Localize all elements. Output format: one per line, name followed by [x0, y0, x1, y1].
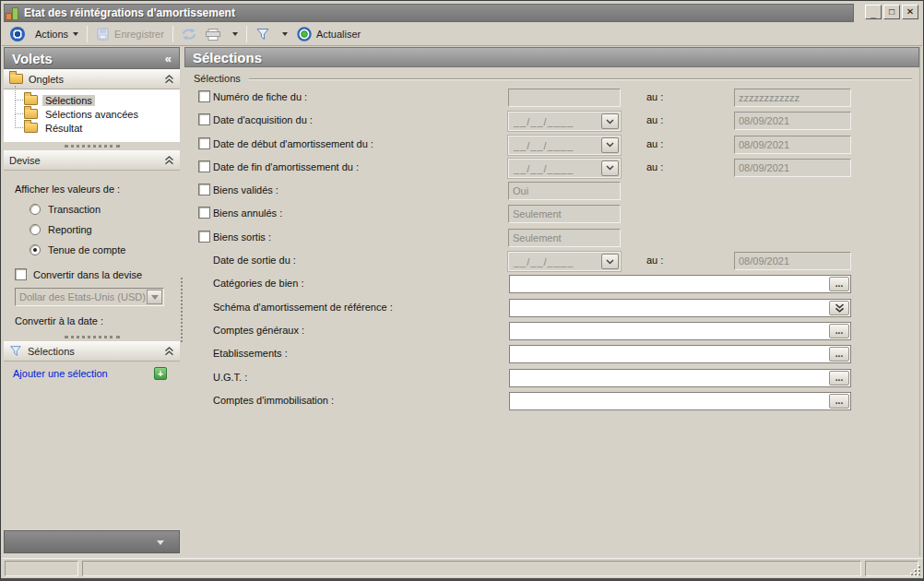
date-dropdown-button[interactable]: [601, 137, 619, 153]
chevron-down-icon: [151, 295, 159, 300]
etablissements-input[interactable]: ...: [509, 345, 851, 363]
comptes-immobilisation-input[interactable]: ...: [509, 392, 851, 410]
date-dropdown-button[interactable]: [601, 160, 619, 176]
section-splitter-handle[interactable]: [65, 145, 120, 148]
selections-groupbox: Sélections Numéro de fiche du : au : zzz…: [192, 73, 912, 552]
biens-valides-input[interactable]: Oui: [508, 182, 621, 200]
date-fin-checkbox[interactable]: [198, 160, 210, 172]
toolbar-separator: [246, 26, 247, 42]
biens-valides-checkbox[interactable]: [198, 184, 210, 196]
refresh-data-button[interactable]: [177, 24, 201, 44]
status-bar: [2, 558, 922, 578]
browse-button[interactable]: ...: [829, 371, 849, 385]
date-debut-checkbox[interactable]: [198, 137, 210, 149]
save-label: Enregistrer: [114, 29, 164, 40]
date-sortie-au-input[interactable]: 08/09/2021: [734, 252, 851, 270]
toolbar: Actions Enregistrer: [2, 23, 922, 46]
form-row-date-acquisition: Date d'acquisition du : __/__/____ au : …: [192, 111, 912, 134]
actualiser-button[interactable]: Actualiser: [292, 24, 365, 44]
au-label: au :: [646, 114, 663, 125]
chevron-down-icon: [157, 540, 164, 545]
section-splitter-handle[interactable]: [65, 336, 120, 338]
close-button[interactable]: ✕: [902, 5, 918, 19]
field-label: Schéma d'amortissement de référence :: [213, 302, 393, 313]
minimize-button[interactable]: _: [865, 5, 882, 19]
toolbar-separator: [87, 26, 88, 42]
main-header-bar: Sélections: [184, 47, 919, 67]
tree-item-resultat[interactable]: Résultat: [9, 121, 180, 135]
onglets-section-header[interactable]: Onglets: [4, 69, 180, 89]
au-label: au :: [646, 255, 663, 266]
window-title: Etat des réintégrations d'amortissement: [24, 6, 235, 19]
date-dropdown-button[interactable]: [601, 254, 619, 269]
date-acquisition-du-combo[interactable]: __/__/____: [508, 112, 621, 131]
numero-fiche-au-input[interactable]: zzzzzzzzzzzz: [734, 89, 851, 107]
numero-fiche-checkbox[interactable]: [198, 90, 210, 102]
radio-tenue-de-compte[interactable]: Tenue de compte: [30, 244, 180, 255]
form-row-biens-sortis: Biens sortis : Seulement: [192, 228, 912, 251]
radio-transaction[interactable]: Transaction: [30, 204, 180, 215]
field-label: U.G.T. :: [213, 372, 247, 383]
expand-chevrons-button[interactable]: [829, 301, 849, 315]
radio-label: Tenue de compte: [48, 244, 125, 255]
radio-reporting[interactable]: Reporting: [30, 224, 180, 235]
browse-button[interactable]: ...: [829, 394, 849, 409]
browse-button[interactable]: ...: [829, 347, 849, 362]
comptes-generaux-input[interactable]: ...: [509, 322, 851, 340]
convert-currency-checkbox-row[interactable]: Convertir dans la devise: [15, 268, 180, 280]
biens-sortis-checkbox[interactable]: [198, 231, 210, 243]
form-row-ugt: U.G.T. : ...: [192, 368, 912, 391]
field-label: Etablissements :: [213, 348, 288, 359]
date-debut-au-input[interactable]: 08/09/2021: [734, 136, 851, 154]
add-selection-plus-button[interactable]: +: [154, 367, 167, 380]
folder-icon: [9, 74, 23, 84]
date-sortie-du-combo[interactable]: __/__/____: [508, 252, 621, 271]
tree-item-selections-avancees[interactable]: Sélections avancées: [9, 107, 180, 121]
devise-section-header[interactable]: Devise: [4, 150, 180, 171]
maximize-button[interactable]: □: [883, 5, 900, 19]
tree-item-selections[interactable]: Sélections: [9, 93, 180, 107]
devise-section-body: Afficher les valeurs de : Transaction Re…: [4, 171, 180, 336]
currency-dropdown-button[interactable]: [147, 290, 162, 304]
biens-sortis-input[interactable]: Seulement: [508, 229, 621, 247]
biens-annules-input[interactable]: Seulement: [508, 205, 621, 223]
browse-button[interactable]: ...: [829, 324, 849, 338]
schema-amortissement-input[interactable]: [509, 299, 851, 317]
field-label: Comptes d'immobilisation :: [213, 395, 334, 406]
filter-button[interactable]: [251, 24, 292, 44]
date-fin-du-combo[interactable]: __/__/____: [508, 159, 621, 178]
actions-button[interactable]: Actions: [6, 24, 83, 44]
filter-funnel-icon: [9, 345, 22, 357]
categories-bien-input[interactable]: ...: [509, 275, 851, 293]
print-button[interactable]: [201, 24, 243, 44]
currency-select[interactable]: Dollar des Etats-Unis (USD): [15, 288, 164, 306]
ugt-input[interactable]: ...: [509, 369, 851, 387]
date-mask: __/__/____: [514, 163, 574, 174]
folder-icon: [24, 109, 38, 119]
folder-icon: [24, 95, 38, 105]
numero-fiche-du-input[interactable]: [508, 89, 621, 107]
date-acquisition-checkbox[interactable]: [198, 113, 210, 125]
save-button[interactable]: Enregistrer: [91, 24, 169, 44]
biens-annules-checkbox[interactable]: [198, 207, 210, 219]
sidebar-title: Volets: [12, 51, 53, 66]
field-label: Comptes généraux :: [213, 325, 304, 336]
form-row-date-sortie: Date de sortie du : __/__/____ au : 08/0…: [192, 251, 912, 274]
browse-button[interactable]: ...: [829, 277, 849, 291]
form-row-comptes-immobilisation: Comptes d'immobilisation : ...: [192, 391, 912, 414]
refresh-icon: [182, 28, 196, 41]
date-dropdown-button[interactable]: [601, 113, 619, 129]
collapsed-panel-bar[interactable]: [4, 530, 180, 553]
checkbox-icon: [15, 268, 27, 280]
date-acquisition-au-input[interactable]: 08/09/2021: [734, 112, 851, 130]
field-label: Date de début d'amortissement du :: [213, 138, 373, 149]
add-selection-link[interactable]: Ajouter une sélection: [13, 368, 108, 379]
selections-section-header[interactable]: Sélections: [4, 341, 180, 362]
main-header-title: Sélections: [193, 50, 262, 65]
chevrons-up-icon: [164, 156, 174, 165]
resize-grip[interactable]: [909, 564, 920, 575]
chevrons-up-icon: [164, 75, 174, 84]
date-fin-au-input[interactable]: 08/09/2021: [734, 159, 851, 177]
collapse-sidebar-button[interactable]: «: [165, 52, 172, 65]
date-debut-du-combo[interactable]: __/__/____: [508, 136, 621, 155]
